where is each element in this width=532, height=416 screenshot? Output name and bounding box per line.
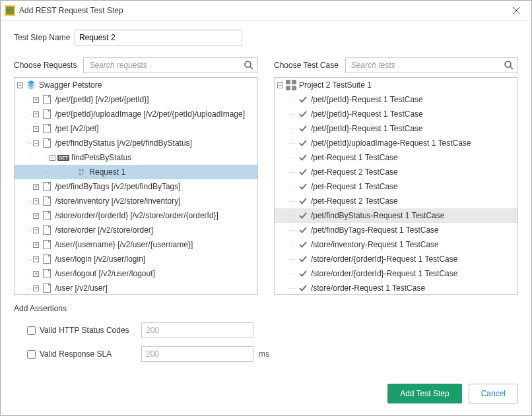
endpoint-icon <box>42 181 52 192</box>
tree-row-method[interactable]: ····−GETfindPetsByStatus <box>15 150 257 165</box>
tree-row-endpoint[interactable]: ··+/store/order/{orderId} [/v2/store/ord… <box>15 208 257 223</box>
tree-row-testcase[interactable]: ····/pet/findByTags-Request 1 TestCase <box>275 223 517 237</box>
expander-icon[interactable]: + <box>33 285 39 291</box>
tree-row-endpoint[interactable]: ··+/store/order [/v2/store/order] <box>15 223 257 237</box>
tree-row-request[interactable]: ······RESTRequest 1 <box>15 165 257 179</box>
expander-icon[interactable]: − <box>17 82 23 88</box>
titlebar: Add REST Request Test Step <box>1 1 531 20</box>
tree-guide-icon: ···· <box>288 97 296 103</box>
close-button[interactable] <box>501 1 531 20</box>
tree-guide-icon: ···· <box>288 140 296 146</box>
spacer <box>277 270 285 278</box>
spacer <box>17 212 25 220</box>
expander-icon[interactable]: − <box>277 82 283 88</box>
tree-label: /pet/{petId}/uploadImage-Request 1 TestC… <box>311 138 471 148</box>
expander-icon[interactable]: + <box>33 242 39 248</box>
tree-row-endpoint[interactable]: ··+/store/inventory [/v2/store/inventory… <box>15 194 257 208</box>
choose-requests-heading: Choose Requests <box>14 61 77 70</box>
testcase-tree[interactable]: −Project 2 TestSuite 1····/pet/{petId}-R… <box>274 77 518 295</box>
sla-unit-label: ms <box>259 349 269 359</box>
tree-row-testcase[interactable]: ····/pet/{petId}-Request 1 TestCase <box>275 121 517 136</box>
cancel-button[interactable]: Cancel <box>469 384 518 403</box>
tree-guide-icon: ·· <box>28 271 32 277</box>
tree-label: /user/logout [/v2/user/logout] <box>55 269 154 278</box>
rest-request-icon: REST <box>76 167 86 177</box>
tree-label: /store/order-Request 1 TestCase <box>311 283 425 293</box>
expander-icon[interactable]: − <box>33 140 39 146</box>
expander-icon[interactable]: + <box>33 198 39 204</box>
expander-icon[interactable]: + <box>33 227 39 233</box>
tree-row-testcase[interactable]: ····/pet/findByStatus-Request 1 TestCase <box>275 208 517 223</box>
expander-icon[interactable]: + <box>33 111 39 117</box>
tree-row-endpoint[interactable]: ··+/user/{username} [/v2/user/{username}… <box>15 237 257 252</box>
search-tests-input[interactable] <box>345 57 518 73</box>
tree-row-endpoint[interactable]: ··+/pet/{petId}/uploadImage [/v2/pet/{pe… <box>15 107 257 121</box>
spacer <box>17 96 25 104</box>
test-step-name-input[interactable] <box>75 30 242 45</box>
tree-guide-icon: ·· <box>28 97 32 103</box>
valid-http-input[interactable] <box>141 322 253 338</box>
tree-label: /pet-Request 2 TestCase <box>311 196 398 206</box>
tree-row-testcase[interactable]: ····/pet-Request 2 TestCase <box>275 165 517 179</box>
tree-row-root[interactable]: −Swagger Petstore <box>15 78 257 92</box>
tree-row-testcase[interactable]: ····/store/inventory-Request 1 TestCase <box>275 237 517 252</box>
endpoint-icon <box>42 254 52 264</box>
tree-row-testcase[interactable]: ····/pet/{petId}/uploadImage-Request 1 T… <box>275 136 517 150</box>
requests-tree[interactable]: −Swagger Petstore··+/pet/{petId} [/v2/pe… <box>14 77 258 295</box>
tree-row-testcase[interactable]: ····/store/order/{orderId}-Request 1 Tes… <box>275 252 517 266</box>
spacer <box>277 110 285 118</box>
spacer <box>17 270 25 278</box>
expander-icon[interactable]: + <box>33 213 39 219</box>
tree-row-testcase[interactable]: ····/pet-Request 1 TestCase <box>275 179 517 194</box>
tree-row-endpoint[interactable]: ··+/pet [/v2/pet] <box>15 121 257 136</box>
endpoint-icon <box>42 109 52 119</box>
valid-sla-checkbox[interactable] <box>27 350 36 359</box>
tree-label: /pet/{petId}-Request 1 TestCase <box>311 109 423 119</box>
tree-row-suite[interactable]: −Project 2 TestSuite 1 <box>275 78 517 92</box>
tree-row-endpoint[interactable]: ··+/user/logout [/v2/user/logout] <box>15 266 257 281</box>
spacer <box>277 284 285 292</box>
tree-label: Request 1 <box>89 167 125 177</box>
tree-row-testcase[interactable]: ····/store/order/{orderId}-Request 1 Tes… <box>275 266 517 281</box>
endpoint-icon <box>42 123 52 134</box>
search-requests-input[interactable] <box>83 57 258 73</box>
spacer <box>277 183 285 191</box>
expander-icon[interactable]: + <box>33 126 39 132</box>
tree-row-endpoint[interactable]: ··+/pet/{petId} [/v2/pet/{petId}] <box>15 92 257 107</box>
valid-http-label: Valid HTTP Status Codes <box>40 326 141 335</box>
tree-row-testcase[interactable]: ····/pet-Request 2 TestCase <box>275 194 517 208</box>
tree-guide-icon: ···· <box>288 256 296 262</box>
tree-label: /pet/findByTags-Request 1 TestCase <box>311 225 439 235</box>
test-step-name-row: Test Step Name <box>14 30 518 45</box>
valid-sla-label: Valid Response SLA <box>40 349 141 359</box>
testcase-icon <box>298 181 308 192</box>
tree-label: /store/order/{orderId}-Request 1 TestCas… <box>311 269 458 278</box>
tree-guide-icon: ···· <box>288 227 296 233</box>
tree-row-endpoint[interactable]: ··+/pet/findByTags [/v2/pet/findByTags] <box>15 179 257 194</box>
expander-icon[interactable]: + <box>33 271 39 277</box>
valid-sla-input[interactable] <box>141 346 253 362</box>
tree-row-testcase[interactable]: ····/pet-Request 1 TestCase <box>275 150 517 165</box>
add-test-step-button[interactable]: Add Test Step <box>387 384 462 403</box>
tree-row-testcase[interactable]: ····/pet/{petId}-Request 1 TestCase <box>275 92 517 107</box>
tree-row-endpoint[interactable]: ··−/pet/findByStatus [/v2/pet/findByStat… <box>15 136 257 150</box>
valid-http-checkbox[interactable] <box>27 326 36 335</box>
tree-row-endpoint[interactable]: ··+/user [/v2/user] <box>15 281 257 295</box>
expander-icon[interactable]: − <box>50 155 55 161</box>
tree-row-testcase[interactable]: ····/pet/{petId}-Request 1 TestCase <box>275 107 517 121</box>
tree-guide-icon: ···· <box>288 155 296 161</box>
tree-label: /pet/{petId}-Request 1 TestCase <box>311 124 423 133</box>
expander-icon[interactable]: + <box>33 97 39 103</box>
spacer <box>33 154 41 162</box>
testcase-icon <box>298 152 308 163</box>
endpoint-icon <box>42 196 52 206</box>
expander-icon[interactable]: + <box>33 256 39 262</box>
tree-row-testcase[interactable]: ····/store/order-Request 1 TestCase <box>275 281 517 295</box>
spacer <box>17 284 25 292</box>
expander-icon[interactable]: + <box>33 184 39 190</box>
spacer <box>17 183 25 191</box>
tree-label: /store/order/{orderId} [/v2/store/order/… <box>55 211 218 220</box>
dialog-footer: Add Test Step Cancel <box>1 374 531 415</box>
tree-row-endpoint[interactable]: ··+/user/login [/v2/user/login] <box>15 252 257 266</box>
testcase-icon <box>298 94 308 105</box>
